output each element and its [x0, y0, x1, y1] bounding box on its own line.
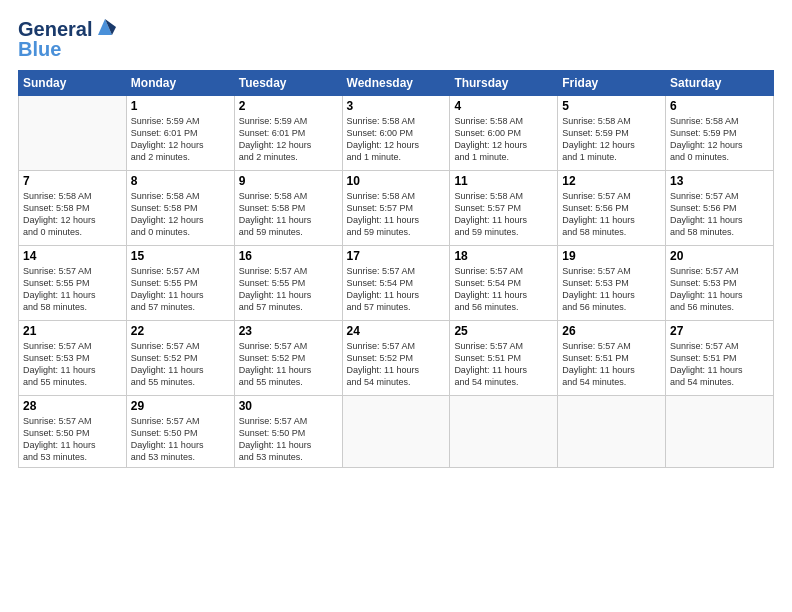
logo: General Blue: [18, 18, 116, 60]
day-info: Sunrise: 5:58 AMSunset: 6:00 PMDaylight:…: [454, 115, 553, 164]
calendar-cell: 14Sunrise: 5:57 AMSunset: 5:55 PMDayligh…: [19, 246, 127, 321]
day-number: 23: [239, 324, 338, 338]
day-info: Sunrise: 5:58 AMSunset: 5:58 PMDaylight:…: [23, 190, 122, 239]
calendar-week-row: 14Sunrise: 5:57 AMSunset: 5:55 PMDayligh…: [19, 246, 774, 321]
day-info: Sunrise: 5:57 AMSunset: 5:53 PMDaylight:…: [562, 265, 661, 314]
calendar-cell: 27Sunrise: 5:57 AMSunset: 5:51 PMDayligh…: [666, 321, 774, 396]
calendar-cell: 13Sunrise: 5:57 AMSunset: 5:56 PMDayligh…: [666, 171, 774, 246]
calendar-cell: 11Sunrise: 5:58 AMSunset: 5:57 PMDayligh…: [450, 171, 558, 246]
day-number: 20: [670, 249, 769, 263]
calendar-cell: 24Sunrise: 5:57 AMSunset: 5:52 PMDayligh…: [342, 321, 450, 396]
calendar-cell: 17Sunrise: 5:57 AMSunset: 5:54 PMDayligh…: [342, 246, 450, 321]
day-number: 12: [562, 174, 661, 188]
day-info: Sunrise: 5:57 AMSunset: 5:56 PMDaylight:…: [562, 190, 661, 239]
calendar-cell: 25Sunrise: 5:57 AMSunset: 5:51 PMDayligh…: [450, 321, 558, 396]
calendar-header-row: SundayMondayTuesdayWednesdayThursdayFrid…: [19, 71, 774, 96]
day-number: 7: [23, 174, 122, 188]
day-info: Sunrise: 5:57 AMSunset: 5:52 PMDaylight:…: [131, 340, 230, 389]
calendar-cell: 23Sunrise: 5:57 AMSunset: 5:52 PMDayligh…: [234, 321, 342, 396]
calendar-cell: 28Sunrise: 5:57 AMSunset: 5:50 PMDayligh…: [19, 396, 127, 468]
calendar-week-row: 1Sunrise: 5:59 AMSunset: 6:01 PMDaylight…: [19, 96, 774, 171]
day-info: Sunrise: 5:57 AMSunset: 5:51 PMDaylight:…: [454, 340, 553, 389]
day-info: Sunrise: 5:57 AMSunset: 5:54 PMDaylight:…: [454, 265, 553, 314]
calendar-col-header: Wednesday: [342, 71, 450, 96]
day-info: Sunrise: 5:57 AMSunset: 5:52 PMDaylight:…: [239, 340, 338, 389]
day-info: Sunrise: 5:59 AMSunset: 6:01 PMDaylight:…: [239, 115, 338, 164]
logo-icon: [94, 17, 116, 35]
day-info: Sunrise: 5:57 AMSunset: 5:50 PMDaylight:…: [239, 415, 338, 464]
calendar-cell: [342, 396, 450, 468]
day-number: 25: [454, 324, 553, 338]
calendar-week-row: 28Sunrise: 5:57 AMSunset: 5:50 PMDayligh…: [19, 396, 774, 468]
day-info: Sunrise: 5:57 AMSunset: 5:50 PMDaylight:…: [23, 415, 122, 464]
calendar-cell: 3Sunrise: 5:58 AMSunset: 6:00 PMDaylight…: [342, 96, 450, 171]
calendar-cell: 30Sunrise: 5:57 AMSunset: 5:50 PMDayligh…: [234, 396, 342, 468]
day-info: Sunrise: 5:57 AMSunset: 5:55 PMDaylight:…: [23, 265, 122, 314]
calendar-cell: 8Sunrise: 5:58 AMSunset: 5:58 PMDaylight…: [126, 171, 234, 246]
calendar-table: SundayMondayTuesdayWednesdayThursdayFrid…: [18, 70, 774, 468]
day-info: Sunrise: 5:58 AMSunset: 5:57 PMDaylight:…: [347, 190, 446, 239]
calendar-cell: 10Sunrise: 5:58 AMSunset: 5:57 PMDayligh…: [342, 171, 450, 246]
calendar-cell: 6Sunrise: 5:58 AMSunset: 5:59 PMDaylight…: [666, 96, 774, 171]
calendar-cell: [19, 96, 127, 171]
day-number: 9: [239, 174, 338, 188]
day-number: 19: [562, 249, 661, 263]
calendar-cell: 15Sunrise: 5:57 AMSunset: 5:55 PMDayligh…: [126, 246, 234, 321]
day-info: Sunrise: 5:59 AMSunset: 6:01 PMDaylight:…: [131, 115, 230, 164]
calendar-cell: [666, 396, 774, 468]
day-number: 13: [670, 174, 769, 188]
calendar-cell: 12Sunrise: 5:57 AMSunset: 5:56 PMDayligh…: [558, 171, 666, 246]
day-info: Sunrise: 5:57 AMSunset: 5:50 PMDaylight:…: [131, 415, 230, 464]
logo-blue-text: Blue: [18, 38, 61, 60]
calendar-col-header: Sunday: [19, 71, 127, 96]
day-info: Sunrise: 5:57 AMSunset: 5:51 PMDaylight:…: [562, 340, 661, 389]
calendar-cell: 20Sunrise: 5:57 AMSunset: 5:53 PMDayligh…: [666, 246, 774, 321]
calendar-week-row: 21Sunrise: 5:57 AMSunset: 5:53 PMDayligh…: [19, 321, 774, 396]
day-number: 11: [454, 174, 553, 188]
calendar-week-row: 7Sunrise: 5:58 AMSunset: 5:58 PMDaylight…: [19, 171, 774, 246]
day-number: 17: [347, 249, 446, 263]
calendar-cell: 29Sunrise: 5:57 AMSunset: 5:50 PMDayligh…: [126, 396, 234, 468]
calendar-cell: 4Sunrise: 5:58 AMSunset: 6:00 PMDaylight…: [450, 96, 558, 171]
day-number: 21: [23, 324, 122, 338]
day-number: 15: [131, 249, 230, 263]
day-number: 24: [347, 324, 446, 338]
calendar-cell: 26Sunrise: 5:57 AMSunset: 5:51 PMDayligh…: [558, 321, 666, 396]
day-number: 6: [670, 99, 769, 113]
day-info: Sunrise: 5:57 AMSunset: 5:54 PMDaylight:…: [347, 265, 446, 314]
calendar-cell: 2Sunrise: 5:59 AMSunset: 6:01 PMDaylight…: [234, 96, 342, 171]
day-info: Sunrise: 5:57 AMSunset: 5:56 PMDaylight:…: [670, 190, 769, 239]
day-info: Sunrise: 5:57 AMSunset: 5:55 PMDaylight:…: [131, 265, 230, 314]
day-number: 29: [131, 399, 230, 413]
calendar-col-header: Thursday: [450, 71, 558, 96]
calendar-cell: 19Sunrise: 5:57 AMSunset: 5:53 PMDayligh…: [558, 246, 666, 321]
day-info: Sunrise: 5:57 AMSunset: 5:55 PMDaylight:…: [239, 265, 338, 314]
calendar-cell: [558, 396, 666, 468]
day-info: Sunrise: 5:58 AMSunset: 5:59 PMDaylight:…: [562, 115, 661, 164]
calendar-cell: [450, 396, 558, 468]
day-info: Sunrise: 5:58 AMSunset: 5:57 PMDaylight:…: [454, 190, 553, 239]
day-number: 10: [347, 174, 446, 188]
day-number: 3: [347, 99, 446, 113]
calendar-cell: 18Sunrise: 5:57 AMSunset: 5:54 PMDayligh…: [450, 246, 558, 321]
logo-text: General: [18, 18, 92, 40]
calendar-cell: 22Sunrise: 5:57 AMSunset: 5:52 PMDayligh…: [126, 321, 234, 396]
day-number: 28: [23, 399, 122, 413]
calendar-col-header: Monday: [126, 71, 234, 96]
day-number: 5: [562, 99, 661, 113]
day-number: 16: [239, 249, 338, 263]
calendar-cell: 16Sunrise: 5:57 AMSunset: 5:55 PMDayligh…: [234, 246, 342, 321]
day-number: 4: [454, 99, 553, 113]
day-number: 27: [670, 324, 769, 338]
calendar-cell: 21Sunrise: 5:57 AMSunset: 5:53 PMDayligh…: [19, 321, 127, 396]
day-number: 30: [239, 399, 338, 413]
day-number: 26: [562, 324, 661, 338]
calendar-col-header: Tuesday: [234, 71, 342, 96]
day-number: 22: [131, 324, 230, 338]
day-number: 8: [131, 174, 230, 188]
calendar-cell: 5Sunrise: 5:58 AMSunset: 5:59 PMDaylight…: [558, 96, 666, 171]
day-number: 2: [239, 99, 338, 113]
day-number: 18: [454, 249, 553, 263]
day-number: 14: [23, 249, 122, 263]
calendar-cell: 7Sunrise: 5:58 AMSunset: 5:58 PMDaylight…: [19, 171, 127, 246]
